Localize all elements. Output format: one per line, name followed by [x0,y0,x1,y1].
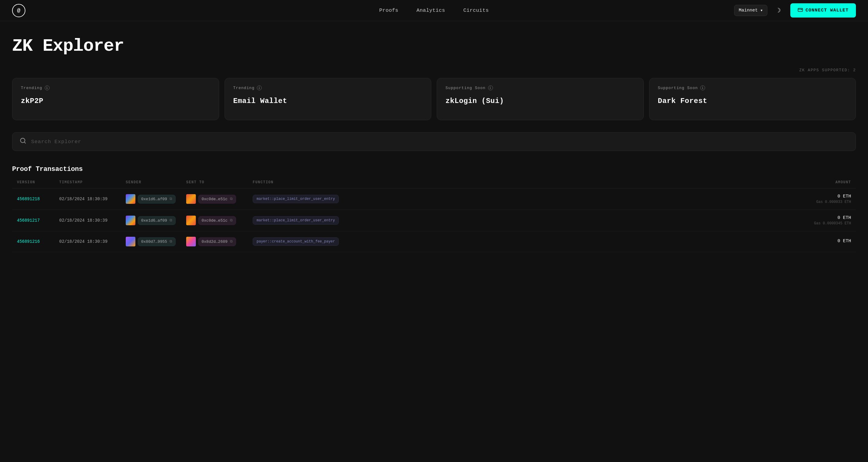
version-1[interactable]: 456891217 [17,218,59,223]
copy-sender-1[interactable]: ⧉ [169,218,172,223]
copy-sentto-1[interactable]: ⧉ [230,218,233,223]
table-row: 456891217 02/18/2024 18:30:39 0xe1d6…af0… [12,210,856,231]
card-3-name: Dark Forest [658,97,847,105]
sender-address-2: 0x80d7…9955 ⧉ [138,237,176,246]
svg-rect-0 [798,8,803,12]
network-label: Mainnet [739,8,758,13]
amount-0: 0 ETH Gas 0.000033 ETH [797,194,851,204]
sender-avatar-2 [126,237,135,246]
info-icon-2: i [488,86,493,90]
info-icon-3: i [700,86,705,90]
sender-avatar-0 [126,194,135,204]
chevron-down-icon: ▾ [760,7,763,13]
sender-avatar-1 [126,216,135,225]
function-1: market::place_limit_order_user_entry [253,216,797,225]
zk-apps-count: ZK APPS SUPPORTED: 2 [12,68,856,72]
card-zkp2p[interactable]: Trending i zkP2P [12,78,219,120]
connect-wallet-button[interactable]: CONNECT WALLET [790,3,856,18]
sentto-address-1: 0xc0de…e51c ⧉ [198,216,236,225]
page-title: ZK Explorer [12,36,856,56]
search-container [12,132,856,151]
search-icon [20,137,26,146]
sentto-address-2: 0x8d2d…2609 ⧉ [198,237,236,246]
network-selector-button[interactable]: Mainnet ▾ [734,5,767,16]
sentto-address-0: 0xc0de…e51c ⧉ [198,195,236,203]
sender-2: 0x80d7…9955 ⧉ [126,237,186,246]
col-version: VERSION [17,180,59,185]
info-icon: i [45,86,50,90]
sentto-avatar-1 [186,216,196,225]
table-row: 456891218 02/18/2024 18:30:39 0xe1d6…af0… [12,189,856,210]
card-dark-forest[interactable]: Supporting Soon i Dark Forest [649,78,856,120]
nav-link-analytics[interactable]: Analytics [416,7,445,13]
nav-logo-area: @ [12,4,25,17]
function-0: market::place_limit_order_user_entry [253,195,797,203]
nav-link-proofs[interactable]: Proofs [379,7,398,13]
svg-line-2 [24,142,25,143]
navbar: @ Proofs Analytics Circuits Mainnet ▾ ☽ … [0,0,868,21]
sentto-avatar-2 [186,237,196,246]
table-header: VERSION TIMESTAMP SENDER SENT TO FUNCTIO… [12,180,856,189]
theme-toggle-button[interactable]: ☽ [773,4,785,16]
nav-link-circuits[interactable]: Circuits [463,7,489,13]
col-amount: AMOUNT [797,180,851,185]
sentto-2: 0x8d2d…2609 ⧉ [186,237,253,246]
copy-sender-2[interactable]: ⧉ [169,239,172,244]
nav-right-area: Mainnet ▾ ☽ CONNECT WALLET [734,3,856,18]
col-timestamp: TIMESTAMP [59,180,126,185]
amount-1: 0 ETH Gas 0.0000345 ETH [797,215,851,226]
card-1-label: Trending i [233,86,423,90]
function-2: payer::create_account_with_fee_payer [253,237,797,246]
card-email-wallet[interactable]: Trending i Email Wallet [224,78,432,120]
table-row: 456891216 02/18/2024 18:30:39 0x80d7…995… [12,231,856,252]
nav-links: Proofs Analytics Circuits [379,7,489,13]
copy-sentto-0[interactable]: ⧉ [230,197,233,201]
card-2-name: zkLogin (Sui) [445,97,635,105]
card-0-label: Trending i [21,86,210,90]
wallet-icon [798,7,803,14]
col-sender: SENDER [126,180,186,185]
card-3-label: Supporting Soon i [658,86,847,90]
copy-sentto-2[interactable]: ⧉ [230,239,233,244]
timestamp-1: 02/18/2024 18:30:39 [59,218,126,223]
card-0-name: zkP2P [21,97,210,105]
sentto-1: 0xc0de…e51c ⧉ [186,216,253,225]
transactions-title: Proof Transactions [12,165,856,173]
card-2-label: Supporting Soon i [445,86,635,90]
trending-cards: Trending i zkP2P Trending i Email Wallet… [12,78,856,120]
logo-icon[interactable]: @ [12,4,25,17]
version-2[interactable]: 456891216 [17,239,59,244]
search-input[interactable] [31,139,848,145]
card-1-name: Email Wallet [233,97,423,105]
amount-2: 0 ETH [797,238,851,244]
sender-address-0: 0xe1d6…af09 ⧉ [138,195,176,203]
copy-sender-0[interactable]: ⧉ [169,197,172,201]
sentto-0: 0xc0de…e51c ⧉ [186,194,253,204]
col-function: FUNCTION [253,180,797,185]
sender-0: 0xe1d6…af09 ⧉ [126,194,186,204]
timestamp-2: 02/18/2024 18:30:39 [59,239,126,244]
connect-wallet-label: CONNECT WALLET [805,8,849,13]
sentto-avatar-0 [186,194,196,204]
col-sent-to: SENT TO [186,180,253,185]
timestamp-0: 02/18/2024 18:30:39 [59,197,126,201]
sender-address-1: 0xe1d6…af09 ⧉ [138,216,176,225]
card-zklogin[interactable]: Supporting Soon i zkLogin (Sui) [437,78,644,120]
info-icon-1: i [257,86,262,90]
sender-1: 0xe1d6…af09 ⧉ [126,216,186,225]
version-0[interactable]: 456891218 [17,196,59,202]
